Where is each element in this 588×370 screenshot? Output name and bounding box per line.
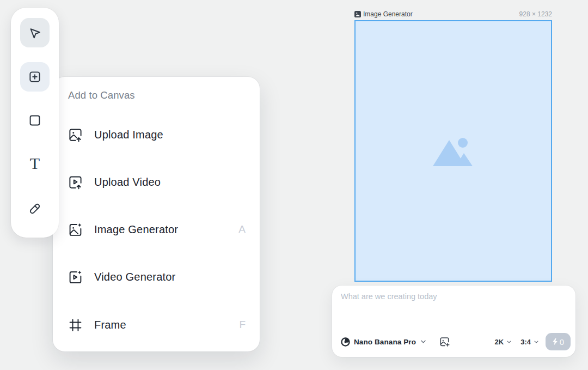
menu-item-label: Frame [94, 319, 239, 331]
model-selector[interactable]: Nano Banana Pro [341, 337, 426, 347]
frame-title: Image Generator [363, 10, 413, 18]
bolt-icon [552, 338, 558, 345]
resolution-dropdown[interactable]: 2K [495, 338, 512, 346]
text-tool-button[interactable]: T [20, 149, 50, 178]
prompt-input[interactable] [341, 292, 567, 331]
cursor-icon [27, 25, 42, 40]
add-tool-button[interactable] [20, 62, 50, 92]
resolution-value: 2K [495, 338, 504, 346]
model-name: Nano Banana Pro [354, 338, 416, 346]
chevron-down-icon [421, 340, 426, 343]
prompt-controls: Nano Banana Pro 2K [341, 333, 571, 350]
menu-item-shortcut: F [239, 319, 246, 331]
rectangle-tool-button[interactable] [20, 106, 50, 135]
image-generator-frame[interactable] [354, 20, 552, 282]
tool-rail: T [11, 8, 59, 238]
menu-item-shortcut: A [238, 223, 246, 235]
upload-image-icon [68, 128, 83, 142]
image-placeholder-icon [430, 131, 477, 171]
frame-dimensions: 928 × 1232 [519, 10, 552, 18]
menu-item-image-generator[interactable]: Image Generator A [68, 219, 246, 240]
frame-header: Image Generator 928 × 1232 [354, 10, 552, 19]
video-generator-icon [68, 270, 83, 284]
aspect-ratio-dropdown[interactable]: 3:4 [520, 338, 538, 346]
frame-icon [68, 318, 83, 332]
add-image-button[interactable] [439, 336, 450, 348]
upload-video-icon [68, 175, 83, 190]
select-tool-button[interactable] [20, 18, 50, 47]
add-image-icon [439, 336, 450, 348]
image-generator-icon [68, 222, 83, 237]
add-square-icon [27, 69, 42, 84]
menu-item-label: Upload Image [94, 129, 246, 141]
generate-button[interactable]: 0 [546, 333, 571, 350]
menu-item-frame[interactable]: Frame F [68, 314, 246, 336]
menu-item-label: Video Generator [94, 271, 246, 283]
prompt-bar: Nano Banana Pro 2K [332, 286, 575, 357]
menu-item-upload-video[interactable]: Upload Video [68, 171, 246, 193]
add-to-canvas-menu: Add to Canvas Upload Image [53, 77, 260, 351]
menu-item-label: Image Generator [94, 223, 238, 236]
canvas-app: Image Generator 928 × 1232 Nano Banana P… [0, 0, 588, 370]
draw-tool-button[interactable] [20, 194, 50, 223]
menu-item-upload-image[interactable]: Upload Image [68, 124, 246, 145]
pencil-icon [27, 201, 42, 216]
image-frame-icon [354, 11, 361, 17]
chevron-down-icon [507, 341, 511, 343]
canvas-frame-group: Image Generator 928 × 1232 [354, 10, 552, 282]
frame-title-button[interactable]: Image Generator [354, 10, 413, 18]
aspect-ratio-value: 3:4 [520, 338, 531, 346]
generate-count: 0 [560, 337, 564, 347]
rectangle-icon [27, 113, 42, 128]
chevron-down-icon [534, 341, 538, 343]
menu-item-video-generator[interactable]: Video Generator [68, 266, 246, 288]
menu-item-label: Upload Video [94, 176, 246, 189]
text-tool-icon: T [30, 155, 40, 172]
model-logo-icon [341, 337, 350, 347]
add-menu-title: Add to Canvas [68, 89, 135, 101]
